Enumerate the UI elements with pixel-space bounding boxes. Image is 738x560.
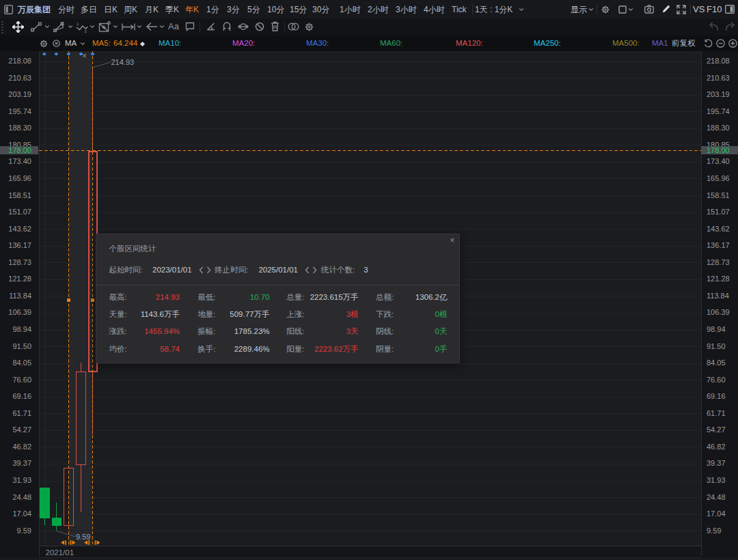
- svg-text:3: 3: [85, 29, 87, 33]
- svg-text:1: 1: [77, 22, 79, 26]
